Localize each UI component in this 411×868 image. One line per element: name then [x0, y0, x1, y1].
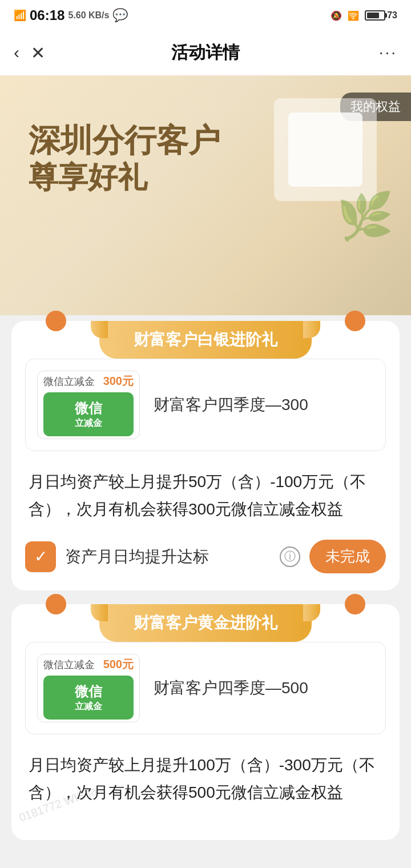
- nav-bar: ‹ ✕ 活动详情 ···: [0, 30, 411, 75]
- progress-status-silver[interactable]: 未完成: [309, 540, 386, 573]
- status-left: 📶 06:18 5.60 KB/s 💬: [14, 7, 128, 23]
- signal-icon: 📶: [14, 9, 26, 22]
- dot-left: [46, 311, 66, 331]
- more-button[interactable]: ···: [379, 43, 397, 62]
- back-button[interactable]: ‹: [14, 43, 19, 62]
- battery: 73: [365, 10, 397, 21]
- card-gold-desc: 月日均资产较上月提升100万（含）-300万元（不含），次月有机会获得500元微…: [29, 752, 382, 806]
- gift-name-silver: 财富客户四季度—300: [154, 394, 374, 416]
- card-silver: 财富客户白银进阶礼 微信立减金 300元 微信 立减金 财富客户四季度—300 …: [11, 321, 400, 590]
- dot-left-gold: [46, 594, 66, 614]
- info-icon-silver[interactable]: ⓘ: [280, 546, 300, 567]
- voucher-btn-line2-gold: 立减金: [57, 701, 120, 713]
- status-bar: 📶 06:18 5.60 KB/s 💬 🔕 🛜 73: [0, 0, 411, 30]
- gift-item-gold: 微信立减金 500元 微信 立减金 财富客户四季度—500: [25, 642, 386, 734]
- dot-right-gold: [345, 594, 365, 614]
- voucher-btn-gold: 微信 立减金: [43, 676, 134, 720]
- gift-voucher-gold: 微信立减金 500元 微信 立减金: [37, 654, 140, 722]
- message-icon: 💬: [112, 8, 128, 23]
- card-gold: 财富客户黄金进阶礼 微信立减金 500元 微信 立减金 财富客户四季度—500 …: [11, 604, 400, 840]
- hero-title-line2: 尊享好礼: [29, 159, 220, 195]
- voucher-btn-line1-silver: 微信: [75, 400, 102, 416]
- check-icon: ✓: [34, 547, 47, 566]
- hero-title-line1: 深圳分行客户: [29, 121, 220, 159]
- gift-name-gold: 财富客户四季度—500: [154, 677, 374, 699]
- status-time: 06:18: [30, 7, 65, 23]
- card-gold-header: 财富客户黄金进阶礼: [99, 604, 312, 642]
- hero-text: 深圳分行客户 尊享好礼: [29, 121, 220, 195]
- gift-item-silver: 微信立减金 300元 微信 立减金 财富客户四季度—300: [25, 359, 386, 451]
- bell-icon: 🔕: [331, 10, 342, 21]
- voucher-label-gold: 微信立减金: [43, 658, 95, 672]
- voucher-btn-line2-silver: 立减金: [57, 417, 120, 429]
- hero-banner: 深圳分行客户 尊享好礼 我的权益 🌿: [0, 75, 411, 315]
- voucher-btn-line1-gold: 微信: [75, 684, 102, 699]
- wifi-icon: 🛜: [348, 10, 359, 21]
- progress-icon-silver: ✓: [25, 541, 56, 572]
- nav-back-icons: ‹ ✕: [14, 43, 45, 63]
- progress-label-silver: 资产月日均提升达标: [65, 546, 271, 568]
- voucher-amount-silver: 300元: [103, 373, 134, 389]
- close-button[interactable]: ✕: [31, 43, 45, 63]
- card-silver-desc: 月日均资产较上月提升50万（含）-100万元（不含），次月有机会获得300元微信…: [29, 468, 382, 523]
- hero-deco-box: [274, 98, 377, 201]
- hero-deco-leaves: 🌿: [337, 190, 394, 243]
- gift-voucher-silver: 微信立减金 300元 微信 立减金: [37, 371, 140, 439]
- page-title: 活动详情: [171, 41, 240, 65]
- progress-row-silver: ✓ 资产月日均提升达标 ⓘ 未完成: [25, 540, 386, 573]
- voucher-amount-gold: 500元: [103, 657, 134, 672]
- status-speed: 5.60 KB/s: [68, 10, 109, 21]
- dot-right: [345, 311, 365, 331]
- voucher-btn-silver: 微信 立减金: [43, 392, 134, 436]
- card-silver-header: 财富客户白银进阶礼: [99, 321, 312, 359]
- status-right: 🔕 🛜 73: [331, 10, 397, 21]
- voucher-label-silver: 微信立减金: [43, 375, 95, 388]
- battery-level: 73: [387, 10, 397, 21]
